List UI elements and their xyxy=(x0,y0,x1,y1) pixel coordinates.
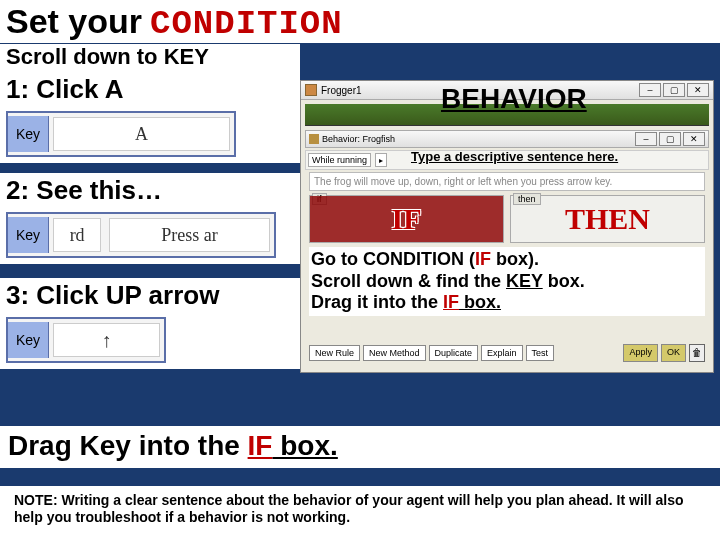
inner-maximize-button[interactable]: ▢ xyxy=(659,132,681,146)
close-button[interactable]: ✕ xyxy=(687,83,709,97)
app-window: Frogger1 – ▢ ✕ BEHAVIOR Behavior: Frogfi… xyxy=(300,80,714,373)
outer-titlebar: Frogger1 – ▢ ✕ xyxy=(301,81,713,100)
grass-strip xyxy=(305,104,709,126)
then-tab: then xyxy=(513,193,541,205)
explain-button[interactable]: Explain xyxy=(481,345,523,361)
scroll-down-line: Scroll down to KEY xyxy=(0,44,300,72)
keybox-2-field-left[interactable]: rd xyxy=(53,218,101,252)
left-column: Scroll down to KEY 1: Click A Key A 2: S… xyxy=(0,44,300,369)
if-box[interactable]: if IF xyxy=(309,195,504,243)
then-box[interactable]: then THEN xyxy=(510,195,705,243)
if-tab: if xyxy=(312,193,327,205)
drag-key-line: Drag Key into the IF box. xyxy=(0,426,720,468)
keybox-1-field[interactable]: A xyxy=(53,117,230,151)
keybox-2-wrap: Key rd Press ar xyxy=(0,208,300,264)
while-running-button[interactable]: While running xyxy=(308,153,371,167)
title-row: Set your CONDITION xyxy=(0,0,720,43)
window-buttons: – ▢ ✕ xyxy=(639,83,709,97)
keybox-3-field[interactable]: ↑ xyxy=(53,323,160,357)
slide: Set your CONDITION Scroll down to KEY 1:… xyxy=(0,0,720,540)
step-2: 2: See this… xyxy=(0,173,300,208)
title-set-your: Set your xyxy=(6,2,142,41)
step-3: 3: Click UP arrow xyxy=(0,278,300,313)
keybox-1[interactable]: Key A xyxy=(6,111,236,157)
duplicate-button[interactable]: Duplicate xyxy=(429,345,479,361)
keybox-3-wrap: Key ↑ xyxy=(0,313,300,369)
if-then-row: if IF then THEN xyxy=(309,195,705,243)
instruction-block: Go to CONDITION (IF box). Scroll down & … xyxy=(309,247,705,316)
toolbar: While running ▸ xyxy=(305,150,709,170)
keybox-2[interactable]: Key rd Press ar xyxy=(6,212,276,258)
instr-line-1: Go to CONDITION (IF box). xyxy=(311,249,703,271)
app-icon xyxy=(305,84,317,96)
step-1: 1: Click A xyxy=(0,72,300,107)
test-button[interactable]: Test xyxy=(526,345,555,361)
new-method-button[interactable]: New Method xyxy=(363,345,426,361)
bottom-toolbar: New Rule New Method Duplicate Explain Te… xyxy=(309,344,705,362)
keybox-3[interactable]: Key ↑ xyxy=(6,317,166,363)
inner-title: Behavior: Frogfish xyxy=(322,134,395,144)
title-condition: CONDITION xyxy=(150,5,343,43)
inner-app-icon xyxy=(309,134,319,144)
keybox-1-tab: Key xyxy=(8,116,49,152)
instr-line-3: Drag it into the IF box. xyxy=(311,292,703,314)
inner-titlebar: Behavior: Frogfish – ▢ ✕ xyxy=(305,130,709,148)
toolbar-arrow-icon[interactable]: ▸ xyxy=(375,153,387,167)
outer-title: Frogger1 xyxy=(321,85,362,96)
inner-minimize-button[interactable]: – xyxy=(635,132,657,146)
keybox-2-tab: Key xyxy=(8,217,49,253)
maximize-button[interactable]: ▢ xyxy=(663,83,685,97)
ok-button[interactable]: OK xyxy=(661,344,686,362)
trash-icon[interactable]: 🗑 xyxy=(689,344,705,362)
minimize-button[interactable]: – xyxy=(639,83,661,97)
sentence-input[interactable]: The frog will move up, down, right or le… xyxy=(309,172,705,191)
if-overlay-text: IF xyxy=(392,202,422,236)
keybox-1-wrap: Key A xyxy=(0,107,300,163)
right-column: Frogger1 – ▢ ✕ BEHAVIOR Behavior: Frogfi… xyxy=(300,80,714,373)
keybox-3-tab: Key xyxy=(8,322,49,358)
note-text: NOTE: Writing a clear sentence about the… xyxy=(0,486,720,540)
apply-button[interactable]: Apply xyxy=(623,344,658,362)
keybox-2-field-right[interactable]: Press ar xyxy=(109,218,270,252)
instr-line-2: Scroll down & find the KEY box. xyxy=(311,271,703,293)
if-overlay: IF xyxy=(310,196,503,242)
inner-close-button[interactable]: ✕ xyxy=(683,132,705,146)
new-rule-button[interactable]: New Rule xyxy=(309,345,360,361)
